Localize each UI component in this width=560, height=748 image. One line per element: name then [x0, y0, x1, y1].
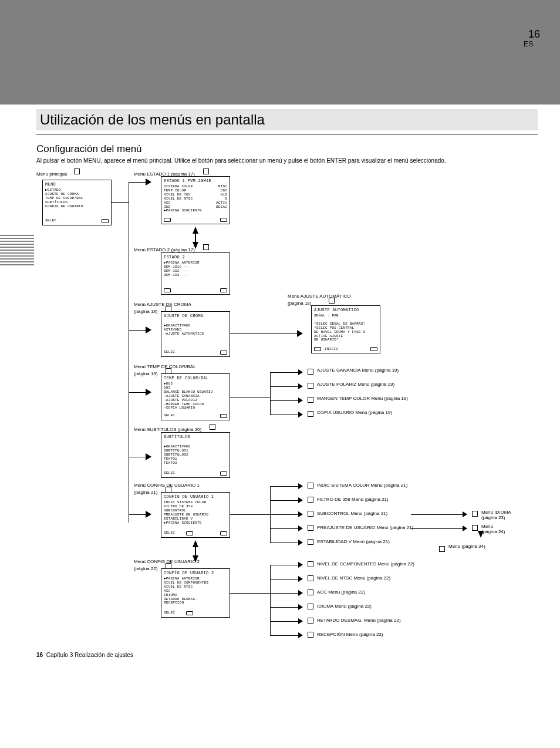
screenshot-aa: AJUSTE AUTOMÁTICO SEÑAL : RGB *SELEC SEÑ…: [311, 305, 380, 353]
language-tab: ES: [524, 40, 534, 48]
square-icon: [308, 511, 313, 517]
cu1-branch: INDIC SISTEMA COLOR Menú (página 21): [317, 483, 407, 488]
connector: [270, 372, 299, 373]
connector: [270, 635, 299, 636]
connector: [270, 543, 299, 543]
cu1-branch: FILTRO DE 358 Menú (página 21): [317, 497, 389, 502]
connector: [129, 514, 147, 515]
connector: [270, 579, 299, 579]
temp-branch-label: AJUSTE GANANCIA Menú (página 19): [317, 368, 399, 373]
arrow-icon: [298, 511, 303, 517]
title-rule: [36, 134, 538, 134]
subtitle: Configuración del menú: [36, 143, 142, 155]
connector: [230, 514, 270, 515]
screenshot-main: MENÚ ▶ESTADO AJUSTE DE CROMA TEMP DE COL…: [42, 180, 112, 225]
connector: [270, 593, 299, 594]
square-icon: [308, 383, 313, 389]
arrow-icon: [298, 562, 303, 568]
temp-branch-label: COPIA USUARIO Menú (página 19): [317, 410, 392, 415]
square-icon: [308, 525, 313, 531]
page-title: Utilización de los menús en pantalla: [40, 112, 265, 128]
square-icon: [308, 411, 313, 417]
cu2-branch: RETARDO DESMAG. Menú (página 22): [317, 618, 401, 623]
square-icon: [308, 483, 313, 488]
connector: [411, 514, 464, 515]
screenshot-s2: ESTADO 2 ▶PÁGINA ANTERIOR BKM-101C --- B…: [161, 252, 230, 295]
connector: [270, 415, 299, 415]
arrow-icon: [298, 497, 303, 503]
chapter-footer: 16 Capítulo 3 Realización de ajustes: [36, 652, 133, 658]
temp-branch-label: MARGEN TEMP COLOR Menú (página 19): [317, 396, 408, 401]
cu2-branch: IDIOMA Menú (página 22): [317, 604, 372, 609]
arrow-icon: [298, 618, 303, 624]
cu2-branch: NIVEL DE COMPONENTES Menú (página 22): [317, 561, 414, 567]
square-icon: [439, 546, 445, 552]
screenshot-cu1: CONFIG DE USUARIO 1 INDIC SISTEMA COLOR …: [161, 492, 230, 538]
cu2-branch: ACC Menú (página 22): [317, 589, 365, 595]
connector: [270, 486, 299, 487]
arrow-icon: [146, 453, 151, 460]
square-icon: [308, 575, 313, 581]
arrow-icon: [298, 369, 303, 375]
square-icon: [308, 589, 313, 595]
label-s2: Menú ESTADO 2 (página 17): [134, 245, 251, 252]
arrow-icon: [298, 483, 303, 489]
connector: [129, 330, 147, 331]
cu2-branch: NIVEL DE NTSC Menú (página 22): [317, 575, 390, 581]
square-icon: [308, 604, 313, 609]
square-icon: [308, 561, 313, 567]
square-icon: [308, 618, 313, 624]
screenshot-temp: TEMP DE COLOR/BAL ▶D65 D93 BALANCE BLANC…: [161, 373, 230, 420]
arrow-icon: [298, 412, 303, 417]
connector: [270, 528, 299, 529]
connector: [270, 400, 299, 401]
square-icon: [308, 539, 313, 545]
cu1-branch: SUBCONTROL Menú (página 21): [317, 511, 387, 516]
lang-branch: Menú IDIOMA(página 23): [481, 510, 511, 520]
screenshot-sub: SUBTÍTULOS ▶DESACTIVADO SUBTÍTULOS1 SUBT…: [161, 432, 230, 478]
label-main: Menú principal: [36, 170, 136, 177]
connector: [112, 202, 129, 203]
connector: [270, 565, 299, 565]
beep-branch: Menú(página 24): [481, 524, 505, 534]
connector: [129, 392, 147, 393]
connector: [270, 607, 299, 608]
arrow-icon: [146, 389, 151, 396]
square-icon: [308, 397, 313, 403]
arrow-icon: [298, 590, 303, 596]
connector: [230, 593, 270, 594]
temp-branch-label: AJUSTE POLARIZ Menú (página 19): [317, 382, 394, 387]
connector: [270, 514, 299, 515]
arrow-icon: [297, 330, 303, 337]
press-menu-text: Al pulsar el botón MENU, aparece el menú…: [36, 157, 518, 164]
arrow-icon: [463, 525, 467, 531]
screenshot-chroma: AJUSTE DE CROMA ▶DESACTIVADO ACTIVADO →A…: [161, 311, 230, 357]
connector: [230, 397, 270, 397]
square-icon: [472, 511, 478, 517]
top-header-bar: [0, 0, 560, 105]
arrow-icon: [298, 576, 303, 582]
arrow-icon: [298, 604, 303, 610]
square-icon: [308, 632, 313, 638]
connector: [270, 565, 271, 635]
cu2-branch: RECEPCIÓN Menú (página 22): [317, 632, 383, 637]
connector: [270, 621, 299, 622]
screenshot-s1: ESTADO 1 PVM-20M4E SISTEMA COLORNTSC TEM…: [161, 176, 230, 224]
arrow-icon: [298, 397, 303, 403]
connector: [129, 182, 147, 183]
square-icon: [308, 497, 313, 503]
cu1-branch: PREAJUSTE DE USUARIO Menú (página 21): [317, 525, 413, 530]
arrow-down-icon: [478, 531, 484, 538]
arrow-icon: [146, 178, 151, 186]
sidebar-lines: [0, 235, 34, 267]
arrow-icon: [298, 540, 303, 545]
arrow-icon: [298, 383, 303, 389]
arrow-icon: [146, 326, 151, 333]
screenshot-cu2: CONFIG DE USUARIO 2 ▶PÁGINA ANTERIOR NIV…: [161, 568, 230, 618]
page-number: 16: [528, 28, 540, 41]
connector: [411, 528, 464, 529]
remote-branch: Menú (página 24): [448, 544, 485, 549]
square-icon: [472, 525, 478, 531]
label-sub: Menú SUBTÍTULOS (página 20): [134, 425, 251, 432]
connector: [270, 372, 271, 415]
